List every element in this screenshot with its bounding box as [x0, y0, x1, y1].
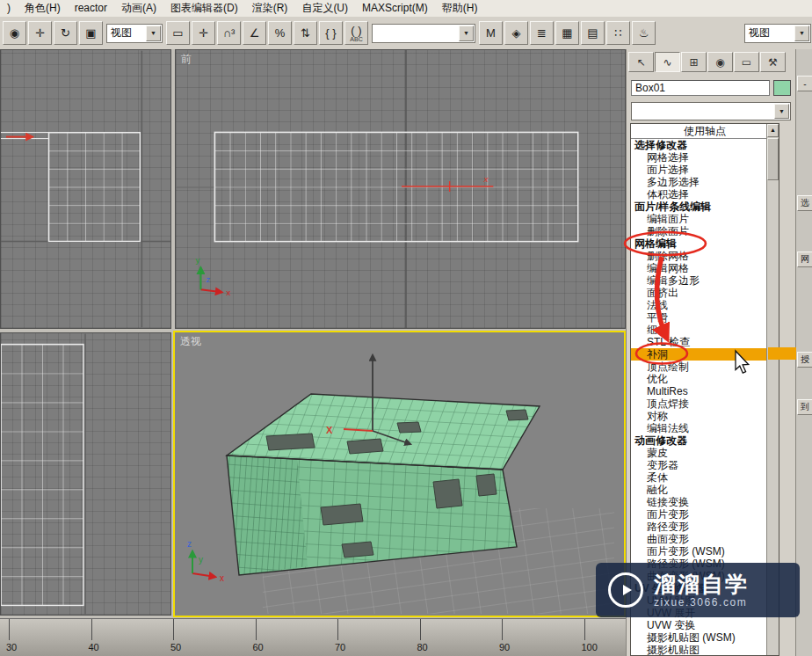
modifier-list-item[interactable]: 对称	[631, 410, 767, 422]
axis-tripod: x y z	[195, 255, 230, 297]
create-tab[interactable]: ↖	[628, 52, 654, 72]
percent-snap-icon[interactable]: %	[268, 21, 292, 45]
modifier-list-item[interactable]: 法线	[631, 299, 767, 311]
modifier-list-item[interactable]: 柔体	[631, 471, 767, 484]
modifier-list-item[interactable]: 体积选择	[631, 188, 767, 200]
use-center-icon[interactable]: ▭	[166, 21, 190, 45]
modifier-list-item[interactable]: 链接变换	[631, 496, 767, 508]
object-name-field[interactable]: Box01	[631, 80, 770, 96]
modifier-list-item[interactable]: 顶点焊接	[631, 397, 767, 410]
gizmo-x-label: x	[482, 174, 489, 184]
viewport-left-ortho[interactable]	[0, 49, 171, 329]
modifier-list-item[interactable]: 面挤出	[631, 287, 767, 299]
modifier-list-item[interactable]: 编辑网格	[631, 262, 767, 274]
curve-editor-icon[interactable]: ▦	[555, 21, 579, 45]
strip-button[interactable]: 选	[797, 195, 812, 211]
modifier-list-item[interactable]: MultiRes	[631, 385, 767, 397]
mirror-icon[interactable]: M	[479, 21, 503, 45]
select-and-scale-icon[interactable]: ▣	[79, 21, 103, 45]
mesh-box-model[interactable]	[227, 394, 540, 575]
menu-item[interactable]: 自定义(U)	[294, 0, 355, 17]
modifier-list-item[interactable]: 细化	[631, 324, 767, 336]
timeline-tick: 30	[9, 619, 91, 656]
modifier-list-item[interactable]: 网格编辑	[631, 237, 767, 250]
select-manipulate-icon[interactable]: ✛	[192, 21, 215, 45]
menu-item[interactable]: reactor	[68, 0, 114, 17]
viewport-perspective[interactable]: 透视	[173, 331, 626, 617]
menu-item[interactable]: 图表编辑器(D)	[163, 0, 245, 17]
strip-button[interactable]: 授	[797, 352, 812, 368]
spinner-snap-icon[interactable]: ⇅	[294, 21, 317, 45]
modifier-list-item[interactable]: 曲面变形	[631, 533, 767, 545]
strip-button[interactable]: -	[797, 76, 812, 91]
menu-item[interactable]: MAXScript(M)	[355, 0, 435, 17]
named-selection-sets-icon[interactable]: ( ) ABC	[344, 21, 368, 45]
left-viewport-canvas	[1, 50, 170, 328]
modifier-list-dropdown[interactable]: ▼	[631, 102, 791, 120]
modifier-list-item[interactable]: 选择修改器	[631, 139, 767, 151]
viewport-label[interactable]: 透视	[180, 334, 201, 349]
modifier-list-item[interactable]: 面片变形	[631, 508, 767, 521]
modifier-list-item[interactable]: 面片变形 (WSM)	[631, 545, 767, 558]
align-icon[interactable]: ◈	[504, 21, 528, 45]
modifier-list-item[interactable]: 面片/样条线编辑	[631, 200, 767, 213]
schematic-view-icon[interactable]: ▤	[581, 21, 605, 45]
modifier-list-item[interactable]: 补洞	[631, 348, 767, 361]
reference-coord-dropdown[interactable]: 视图 ▼	[106, 24, 163, 43]
modifier-list-item[interactable]: 平滑	[631, 311, 767, 324]
select-and-rotate-icon[interactable]: ↻	[54, 21, 77, 45]
modifier-list-item[interactable]: 融化	[631, 484, 767, 496]
display-tab[interactable]: ▭	[734, 52, 759, 72]
modifier-list-item[interactable]: 编辑多边形	[631, 274, 767, 287]
angle-snap-icon[interactable]: ∠	[243, 21, 266, 45]
render-type-dropdown[interactable]: 视图 ▼	[744, 24, 811, 43]
scrollbar-thumb[interactable]	[767, 138, 779, 180]
render-setup-icon[interactable]: ♨	[632, 21, 656, 45]
modifier-list-item[interactable]: 编辑面片	[631, 213, 767, 225]
modifier-list-item[interactable]: 蒙皮	[631, 447, 767, 459]
viewport-front[interactable]: 前 x	[175, 49, 626, 329]
viewport-label[interactable]: 前	[181, 52, 192, 67]
strip-button[interactable]: 网	[797, 251, 812, 267]
modifier-list-item[interactable]: 网格选择	[631, 151, 767, 164]
object-color-swatch[interactable]	[773, 80, 791, 96]
watermark-url: zixue.3066.com	[654, 596, 749, 609]
modify-tab[interactable]: ∿	[655, 52, 680, 72]
strip-button[interactable]: 到	[797, 399, 812, 415]
modifier-list-item[interactable]: UVW 变换	[631, 619, 767, 631]
hierarchy-tab[interactable]: ⊞	[681, 52, 707, 72]
named-selection-dropdown[interactable]: ▼	[372, 24, 475, 43]
modifier-list-item[interactable]: 多边形选择	[631, 176, 767, 188]
chevron-down-icon: ▼	[774, 104, 789, 119]
material-editor-icon[interactable]: ∷	[606, 21, 630, 45]
modifier-list-item[interactable]: STL 检查	[631, 336, 767, 348]
modifier-list-item[interactable]: 路径变形	[631, 521, 767, 533]
menu-item[interactable]: 动画(A)	[114, 0, 163, 17]
modifier-list-item[interactable]: 摄影机贴图 (WSM)	[631, 631, 767, 644]
viewport-bottom-ortho[interactable]	[0, 332, 171, 616]
modifier-list-item[interactable]: 编辑法线	[631, 422, 767, 434]
menu-item[interactable]: )	[0, 0, 18, 17]
timeline-tick: 60	[256, 619, 338, 656]
select-and-move-icon[interactable]: ✛	[28, 21, 52, 45]
modifier-list-item[interactable]: 动画修改器	[631, 434, 767, 447]
menu-item[interactable]: 渲染(R)	[245, 0, 295, 17]
menu-item[interactable]: 帮助(H)	[435, 0, 485, 17]
snap-toggle-3d-icon[interactable]: ∩³	[217, 21, 241, 45]
scrollbar-up-icon[interactable]: ▲	[767, 124, 779, 137]
menu-item[interactable]: 角色(H)	[18, 0, 68, 17]
modifier-list-item[interactable]: 摄影机贴图	[631, 644, 767, 656]
keyboard-override-icon[interactable]: { }	[319, 21, 343, 45]
modifier-list-item[interactable]: 变形器	[631, 459, 767, 471]
motion-tab[interactable]: ◉	[707, 52, 733, 72]
time-ruler[interactable]: 30 40 50 60 70 80 90 100	[0, 618, 626, 656]
modifier-list-item[interactable]: 面片选择	[631, 164, 767, 176]
select-region-icon[interactable]: ◉	[3, 21, 26, 45]
modifier-list-item[interactable]: 删除面片	[631, 225, 767, 237]
layer-manager-icon[interactable]: ≣	[530, 21, 554, 45]
modifier-list-item[interactable]: 优化	[631, 373, 767, 385]
utilities-tab[interactable]: ⚒	[760, 52, 786, 72]
use-pivot-points-option[interactable]: 使用轴点	[631, 124, 779, 139]
modifier-list-item[interactable]: 顶点绘制	[631, 361, 767, 373]
modifier-list-item[interactable]: 删除网格	[631, 250, 767, 262]
